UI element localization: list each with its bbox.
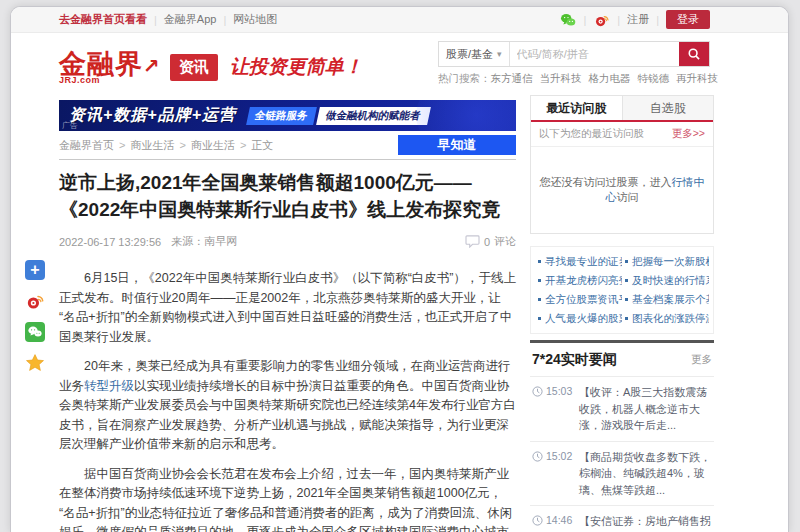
sidebar: 最近访问股 自选股 以下为您的最近访问股 更多>> 您还没有访问过股票，进入行情…	[530, 95, 714, 532]
tab-watchlist[interactable]: 自选股	[622, 96, 714, 120]
article-meta: 2022-06-17 13:29:56 来源：南早网 0 评论	[59, 234, 516, 249]
ad-label: 广告	[62, 120, 78, 131]
bullet-icon	[625, 279, 628, 282]
quick-links-box: 寻找最专业的证券信息 把握每一次新股机会 开基龙虎榜闪亮登场 及时快速的行情系统…	[530, 246, 714, 334]
news-text: 【商品期货收盘多数下跌，棕榈油、纯碱跌超4%，玻璃、焦煤等跌超...	[579, 449, 714, 499]
channel-badge: 资讯	[170, 54, 218, 81]
search-input[interactable]	[510, 42, 679, 66]
clock-icon	[532, 386, 543, 397]
news-item[interactable]: 15:03 【收评：A股三大指数震荡收跌，机器人概念逆市大涨，游戏股午后走...	[530, 376, 714, 441]
breadcrumb-separator: >	[119, 139, 125, 151]
hot-search-link[interactable]: 特锐德	[638, 72, 670, 84]
inline-topic-link[interactable]: 转型升级	[84, 379, 134, 393]
share-bar: +	[25, 260, 45, 373]
article-title: 逆市上扬,2021年全国奥莱销售额超1000亿元——《2022年中国奥特莱斯行业…	[59, 169, 516, 223]
content-area: 资讯+数据+品牌+运营 全链路服务 做金融机构的赋能者 广告 金融界首页>商业生…	[59, 95, 714, 532]
zaozhidao-button[interactable]: 早知道	[398, 135, 516, 155]
recent-stocks-empty-state: 您还没有访问过股票，进入行情中心访问	[531, 147, 713, 233]
recent-stocks-box: 最近访问股 自选股 以下为您的最近访问股 更多>> 您还没有访问过股票，进入行情…	[530, 95, 714, 234]
article-column: 资讯+数据+品牌+运营 全链路服务 做金融机构的赋能者 广告 金融界首页>商业生…	[59, 95, 516, 532]
breadcrumb-separator: >	[240, 139, 246, 151]
hot-search-label: 热门搜索：	[438, 72, 491, 84]
quick-link[interactable]: 寻找最专业的证券信息	[535, 252, 622, 271]
separator: |	[154, 14, 157, 26]
quick-link[interactable]: 全方位股票资讯平台	[535, 290, 622, 309]
site-slogan: 让投资更简单！	[230, 54, 363, 80]
quick-link[interactable]: 基金档案展示个基资料	[622, 290, 709, 309]
article-body: 6月15日，《2022年中国奥特莱斯行业白皮书》（以下简称“白皮书”），于线上正…	[59, 269, 516, 532]
breadcrumb-row: 金融界首页>商业生活>商业生活>正文 早知道	[59, 131, 516, 159]
page: 去金融界首页看看 | 金融界App | 网站地图 |	[10, 6, 789, 532]
recent-stocks-label: 以下为您的最近访问股	[539, 127, 644, 141]
ad-headline: 资讯+数据+品牌+运营	[69, 105, 236, 126]
bullet-icon	[538, 260, 541, 263]
clock-icon	[532, 451, 543, 462]
separator: |	[656, 14, 659, 26]
news-text: 【安信证券：房地产销售拐点到了吗？】6月全国销售见底的概率有多...	[579, 513, 714, 532]
separator: |	[223, 14, 226, 26]
wechat-icon[interactable]	[559, 11, 576, 28]
recent-stocks-subheader: 以下为您的最近访问股 更多>>	[531, 122, 713, 147]
news-item[interactable]: 15:02 【商品期货收盘多数下跌，棕榈油、纯碱跌超4%，玻璃、焦煤等跌超...	[530, 441, 714, 506]
empty-state-text: 您还没有访问过股票，进入	[540, 176, 672, 188]
separator: |	[583, 14, 586, 26]
ad-badge: 全链路服务	[246, 107, 316, 125]
quick-link[interactable]: 把握每一次新股机会	[622, 252, 709, 271]
separator: |	[617, 14, 620, 26]
comments-count: 0	[484, 236, 490, 248]
ad-tagline: 做金融机构的赋能者	[316, 107, 430, 125]
more-stocks-link[interactable]: 更多>>	[672, 127, 705, 141]
share-qzone-star-icon[interactable]	[25, 353, 45, 373]
top-utility-bar: 去金融界首页看看 | 金融界App | 网站地图 |	[11, 7, 788, 33]
stock-search: 股票/基金 热门搜索：东方通信当升科技格力电器特锐德再升科技	[438, 41, 710, 86]
breadcrumb-section[interactable]: 商业生活	[191, 139, 235, 151]
breadcrumb-current: 正文	[251, 139, 273, 151]
quick-link[interactable]: 及时快速的行情系统	[622, 271, 709, 290]
clock-icon	[532, 515, 543, 526]
jrj-logo[interactable]: 金融界↗ JRJ.com	[59, 50, 160, 85]
live-news-box: 7*24实时要闻 更多 15:03 【收评：A股三大指数震荡收跌，机器人概念逆市…	[530, 340, 714, 532]
quick-link[interactable]: 开基龙虎榜闪亮登场	[535, 271, 622, 290]
app-link[interactable]: 金融界App	[164, 12, 217, 27]
logo-arrow-icon: ↗	[143, 55, 160, 77]
go-homepage-link[interactable]: 去金融界首页看看	[59, 12, 147, 27]
news-item[interactable]: 14:46 【安信证券：房地产销售拐点到了吗？】6月全国销售见底的概率有多...	[530, 505, 714, 532]
news-text: 【收评：A股三大指数震荡收跌，机器人概念逆市大涨，游戏股午后走...	[579, 384, 714, 434]
login-button[interactable]: 登录	[666, 10, 710, 29]
share-more-icon[interactable]: +	[25, 260, 45, 280]
sitemap-link[interactable]: 网站地图	[233, 12, 277, 27]
quick-link[interactable]: 人气最火爆的股票论坛	[535, 309, 622, 328]
tab-recent-stocks[interactable]: 最近访问股	[531, 96, 622, 120]
comments-link[interactable]: 0 评论	[465, 234, 516, 249]
ad-banner[interactable]: 资讯+数据+品牌+运营 全链路服务 做金融机构的赋能者 广告	[59, 100, 516, 131]
bullet-icon	[538, 298, 541, 301]
live-news-header: 7*24实时要闻 更多	[530, 343, 714, 376]
stock-tabs: 最近访问股 自选股	[531, 96, 713, 122]
live-news-title: 7*24实时要闻	[532, 351, 617, 369]
search-category-select[interactable]: 股票/基金	[439, 42, 510, 66]
register-link[interactable]: 注册	[627, 12, 649, 27]
hot-search-link[interactable]: 东方通信	[491, 72, 533, 84]
bullet-icon	[625, 317, 628, 320]
news-time: 14:46	[546, 513, 572, 528]
share-wechat-icon[interactable]	[25, 322, 45, 342]
bullet-icon	[538, 279, 541, 282]
breadcrumb-home[interactable]: 金融界首页	[59, 139, 114, 151]
bullet-icon	[625, 260, 628, 263]
quick-link[interactable]: 图表化的涨跌停温度计	[622, 309, 709, 328]
search-button[interactable]	[679, 42, 709, 66]
news-time: 15:03	[546, 384, 572, 399]
weibo-icon[interactable]	[593, 11, 610, 28]
source-name: 南早网	[204, 235, 237, 247]
breadcrumb-channel[interactable]: 商业生活	[130, 139, 174, 151]
paragraph: 6月15日，《2022年中国奥特莱斯行业白皮书》（以下简称“白皮书”），于线上正…	[59, 269, 516, 347]
breadcrumb: 金融界首页>商业生活>商业生活>正文	[59, 138, 273, 153]
share-weibo-icon[interactable]	[25, 291, 45, 311]
comments-label: 评论	[494, 234, 516, 249]
hot-search-link[interactable]: 再升科技	[676, 72, 718, 84]
bullet-icon	[625, 298, 628, 301]
search-icon	[687, 47, 701, 61]
hot-search-link[interactable]: 当升科技	[540, 72, 582, 84]
hot-search-link[interactable]: 格力电器	[589, 72, 631, 84]
live-news-more-link[interactable]: 更多	[691, 353, 712, 367]
